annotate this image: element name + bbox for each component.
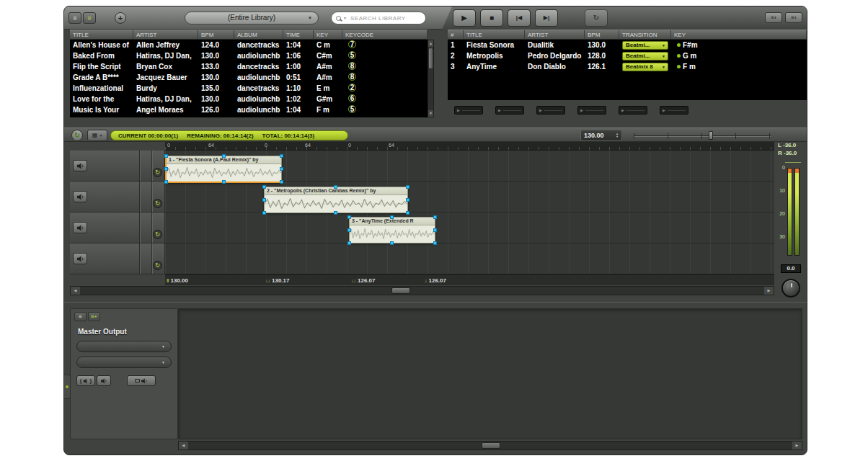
- table-row[interactable]: Love for the Hatiras, DJ Dan, 130.0 audi…: [70, 94, 428, 104]
- resize-handle[interactable]: [222, 180, 226, 184]
- table-row[interactable]: Flip the Script Bryan Cox 133.0 dancetra…: [70, 61, 428, 72]
- resize-handle[interactable]: [262, 185, 266, 189]
- resize-handle[interactable]: [164, 180, 168, 184]
- table-row[interactable]: Baked From Hatiras, DJ Dan, 130.0 audiol…: [70, 50, 428, 61]
- resize-handle[interactable]: [347, 215, 351, 219]
- column-header[interactable]: KEYCODE: [342, 30, 428, 39]
- resize-handle[interactable]: [347, 241, 351, 245]
- master-gain-knob[interactable]: [781, 279, 800, 297]
- column-header[interactable]: ALBUM: [234, 30, 283, 39]
- refresh-mix-button[interactable]: ↻: [71, 130, 83, 141]
- lane-monitor-button[interactable]: [73, 253, 87, 264]
- audio-clip[interactable]: 2 - "Metropolis (Christian Cambas Remix)…: [264, 187, 408, 213]
- lane-loop-button[interactable]: ↻: [153, 261, 162, 270]
- resize-handle[interactable]: [433, 241, 437, 245]
- resize-handle[interactable]: [334, 211, 337, 215]
- scroll-left-icon[interactable]: ◀: [71, 287, 80, 295]
- column-header[interactable]: ARTIST: [133, 30, 198, 39]
- timeline-view-dropdown[interactable]: ▦ ▼: [87, 130, 107, 141]
- column-header[interactable]: TIME: [283, 30, 314, 39]
- transition-dropdown[interactable]: Beatmi... ▼: [622, 41, 668, 50]
- output-device-select[interactable]: ▼: [76, 341, 172, 352]
- resize-handle[interactable]: [164, 154, 168, 158]
- search-box[interactable]: ▼: [331, 12, 426, 24]
- lane-loop-button[interactable]: ↻: [153, 168, 162, 177]
- resize-handle[interactable]: [280, 154, 283, 158]
- resize-handle[interactable]: [164, 167, 168, 171]
- column-header[interactable]: TITLE: [464, 30, 525, 39]
- bpm-marker[interactable]: ↓↓ 126.07: [351, 275, 375, 286]
- column-header[interactable]: ARTIST: [525, 30, 585, 39]
- resize-handle[interactable]: [280, 167, 283, 171]
- scroll-down-icon[interactable]: ▼: [428, 110, 433, 117]
- mixer-levels-tab[interactable]: ≡▼: [88, 312, 100, 321]
- mixer-workspace[interactable]: [178, 308, 802, 439]
- add-track-button[interactable]: +: [115, 12, 126, 24]
- library-list-view-button[interactable]: ≡: [68, 12, 81, 24]
- lane-monitor-button[interactable]: [73, 160, 87, 171]
- master-bpm-spinner[interactable]: 130.00 ▲ ▼: [580, 130, 622, 141]
- deck-slot[interactable]: ▶: [577, 106, 606, 115]
- table-row[interactable]: Music Is Your Angel Moraes 126.0 audiolu…: [70, 104, 428, 115]
- lane-loop-button[interactable]: ↻: [153, 230, 162, 239]
- lane-loop-button[interactable]: ↻: [153, 199, 162, 208]
- mixer-scrollbar[interactable]: ◀ ▶: [178, 441, 802, 450]
- resize-handle[interactable]: [390, 241, 394, 245]
- bpm-marker[interactable]: ↓↓ 130.17: [265, 275, 289, 286]
- next-track-button[interactable]: ▶|: [535, 9, 558, 27]
- loop-button[interactable]: ↻: [585, 9, 608, 27]
- resize-handle[interactable]: [280, 180, 283, 184]
- deck-slot[interactable]: ▶: [536, 106, 565, 115]
- scroll-right-icon[interactable]: ▶: [764, 287, 774, 295]
- scroll-up-icon[interactable]: ▲: [428, 40, 433, 47]
- deck-slot[interactable]: ▶: [660, 106, 688, 115]
- bpm-marker[interactable]: ‖ 130.00: [167, 275, 188, 286]
- scrollbar-thumb[interactable]: [482, 442, 500, 449]
- lane-monitor-button[interactable]: [73, 222, 87, 233]
- lane-monitor-button[interactable]: [73, 191, 87, 202]
- column-header[interactable]: KEY: [314, 30, 342, 39]
- column-header[interactable]: KEY: [671, 30, 807, 39]
- mute-button[interactable]: [97, 375, 111, 386]
- output-channel-select[interactable]: ▼: [76, 357, 172, 368]
- resize-handle[interactable]: [406, 198, 409, 202]
- scroll-left-icon[interactable]: ◀: [179, 442, 188, 449]
- monitor-routing-button[interactable]: [127, 375, 156, 386]
- deck-slot[interactable]: ▶: [454, 106, 483, 115]
- table-row[interactable]: Allen's House of Allen Jeffrey 124.0 dan…: [70, 40, 428, 50]
- library-column-view-button[interactable]: ≡: [83, 12, 96, 24]
- import-playlist-button[interactable]: ≡‹: [785, 12, 802, 23]
- column-header[interactable]: #: [448, 30, 464, 39]
- resize-handle[interactable]: [406, 185, 409, 189]
- column-header[interactable]: TITLE: [70, 30, 133, 39]
- resize-handle[interactable]: [222, 154, 226, 158]
- play-button[interactable]: ▶: [453, 9, 476, 27]
- export-playlist-button[interactable]: ≡›: [765, 12, 782, 23]
- library-filter-dropdown[interactable]: (Entire Library) ▼: [185, 12, 319, 24]
- timeline-ruler[interactable]: 0 64 0 64 0 64: [165, 142, 774, 151]
- column-header[interactable]: BPM: [585, 30, 619, 39]
- resize-handle[interactable]: [334, 185, 337, 189]
- previous-track-button[interactable]: |◀: [508, 9, 531, 27]
- resize-handle[interactable]: [262, 198, 266, 202]
- table-row[interactable]: 3 AnyTime Don Diablo 126.1 Beatmix 8 ▼ F…: [448, 61, 807, 72]
- audio-clip[interactable]: 3 - "AnyTime (Extended R: [349, 217, 435, 243]
- resize-handle[interactable]: [262, 211, 266, 215]
- library-scrollbar[interactable]: ▲ ▼: [428, 40, 434, 117]
- timeline-lanes[interactable]: 1 - "Fiesta Sonora (A.Paul Remix)" by 2 …: [165, 151, 774, 274]
- resize-handle[interactable]: [390, 215, 394, 219]
- zoom-slider[interactable]: [634, 131, 771, 140]
- timeline-scrollbar[interactable]: ◀ ▶: [70, 286, 774, 295]
- resize-handle[interactable]: [433, 215, 437, 219]
- table-row[interactable]: 1 Fiesta Sonora Dualitik 130.0 Beatmi...…: [448, 40, 807, 50]
- transition-dropdown[interactable]: Beatmi... ▼: [622, 52, 668, 61]
- scrollbar-thumb[interactable]: [391, 287, 410, 294]
- deck-slot[interactable]: ▶: [495, 106, 524, 115]
- table-row[interactable]: Influenzational Burdy 135.0 dancetracks …: [70, 83, 428, 94]
- table-row[interactable]: Grade A B**** Jacquez Bauer 130.0 audiol…: [70, 72, 428, 83]
- resize-handle[interactable]: [406, 211, 409, 215]
- search-input[interactable]: [349, 14, 421, 22]
- deck-slot[interactable]: ▶: [619, 106, 647, 115]
- bpm-marker[interactable]: ↓ 126.07: [425, 275, 446, 286]
- column-header[interactable]: TRANSITION: [619, 30, 671, 39]
